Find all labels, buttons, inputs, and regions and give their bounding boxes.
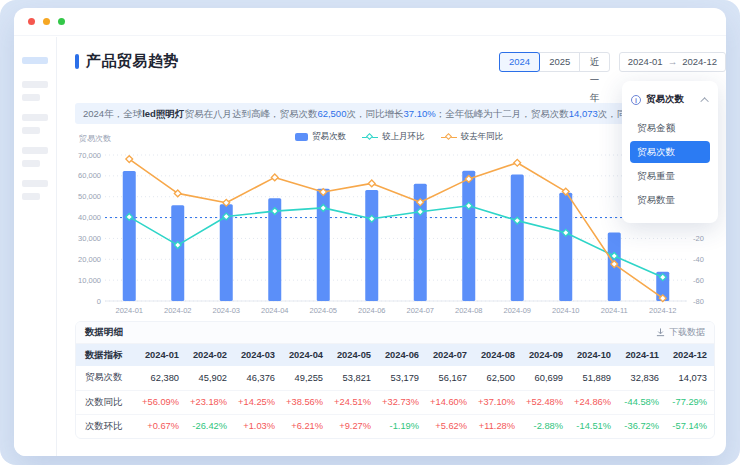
legend-item[interactable]: 贸易次数 xyxy=(295,131,346,143)
recent-year-button[interactable]: 近一年 xyxy=(579,52,609,72)
download-icon xyxy=(656,328,665,337)
minimize-window-icon[interactable] xyxy=(43,18,50,25)
table-row: 次数环比+0.67%-26.42%+1.03%+6.21%+9.27%-1.19… xyxy=(76,414,714,438)
legend-item[interactable]: 较去年同比 xyxy=(441,131,504,143)
table-cell: 32,836 xyxy=(618,366,666,390)
table-cell: -14.51% xyxy=(570,414,618,438)
table-cell: +24.51% xyxy=(330,390,378,414)
data-detail-card: 数据明细 下载数据 数据指标2024-012024-022024-032024-… xyxy=(75,321,715,439)
table-cell: +38.56% xyxy=(282,390,330,414)
metric-dropdown-panel: i 贸易次数 贸易金额贸易次数贸易重量贸易数量 xyxy=(622,81,718,223)
legend-label: 贸易次数 xyxy=(312,131,346,143)
page-background: 产品贸易趋势 2024 2025 近一年 2024-01 → 2024-12 2… xyxy=(0,0,740,465)
svg-text:50,000: 50,000 xyxy=(78,192,101,201)
table-cell: -44.58% xyxy=(618,390,666,414)
svg-text:2024-06: 2024-06 xyxy=(358,306,386,315)
table-column-header: 2024-04 xyxy=(282,344,330,366)
table-column-header: 2024-09 xyxy=(522,344,570,366)
summary-text-segment: 贸易在八月达到高峰，贸易次数 xyxy=(184,108,317,119)
svg-text:70,000: 70,000 xyxy=(78,151,101,160)
table-column-header: 2024-12 xyxy=(666,344,714,366)
year-2024-button[interactable]: 2024 xyxy=(499,52,540,72)
table-cell: +37.10% xyxy=(474,390,522,414)
metric-option[interactable]: 贸易重量 xyxy=(630,165,710,187)
sidebar-item[interactable] xyxy=(22,127,40,134)
table-cell: +56.09% xyxy=(138,390,186,414)
table-row: 贸易次数62,38045,90246,37649,25553,82153,179… xyxy=(76,366,714,390)
svg-text:10,000: 10,000 xyxy=(78,276,101,285)
table-header-strip: 数据明细 下载数据 xyxy=(76,322,714,344)
table-cell: 45,902 xyxy=(186,366,234,390)
metric-dropdown-value: 贸易次数 xyxy=(646,93,698,106)
sidebar-nav xyxy=(14,37,57,456)
date-range-end: 2024-12 xyxy=(682,53,717,71)
table-cell: 14,073 xyxy=(666,366,714,390)
svg-text:-40: -40 xyxy=(693,255,704,264)
table-cell: 53,821 xyxy=(330,366,378,390)
metric-option[interactable]: 贸易金额 xyxy=(630,117,710,139)
svg-text:60,000: 60,000 xyxy=(78,171,101,180)
metric-option[interactable]: 贸易次数 xyxy=(630,141,710,163)
summary-text-segment: 14,073 xyxy=(569,108,598,119)
page-title: 产品贸易趋势 xyxy=(86,52,179,71)
close-window-icon[interactable] xyxy=(28,18,35,25)
summary-text-segment: 62,500 xyxy=(317,108,346,119)
left-axis-title: 贸易次数 xyxy=(79,133,111,144)
table-cell: +24.86% xyxy=(570,390,618,414)
table-column-header: 2024-10 xyxy=(570,344,618,366)
data-table: 数据指标2024-012024-022024-032024-042024-052… xyxy=(76,344,714,438)
svg-text:2024-07: 2024-07 xyxy=(406,306,434,315)
metric-option[interactable]: 贸易数量 xyxy=(630,189,710,211)
sidebar-item-active[interactable] xyxy=(22,57,48,64)
download-data-button[interactable]: 下载数据 xyxy=(656,326,705,339)
legend-item[interactable]: 较上月环比 xyxy=(362,131,425,143)
zoom-window-icon[interactable] xyxy=(58,18,65,25)
sidebar-item[interactable] xyxy=(22,94,40,101)
table-cell: +6.21% xyxy=(282,414,330,438)
svg-text:2024-03: 2024-03 xyxy=(212,306,240,315)
date-range-arrow-icon: → xyxy=(668,53,678,71)
year-2025-button[interactable]: 2025 xyxy=(539,52,580,72)
table-section-title: 数据明细 xyxy=(85,326,123,339)
table-cell: +14.25% xyxy=(234,390,282,414)
sidebar-item[interactable] xyxy=(22,114,48,121)
svg-text:2024-05: 2024-05 xyxy=(309,306,337,315)
table-cell: 62,500 xyxy=(474,366,522,390)
svg-text:-20: -20 xyxy=(693,234,704,243)
svg-text:-80: -80 xyxy=(693,297,704,306)
table-cell: +9.27% xyxy=(330,414,378,438)
table-cell: -57.14% xyxy=(666,414,714,438)
legend-line-swatch-icon xyxy=(362,133,378,141)
svg-text:0: 0 xyxy=(97,297,101,306)
date-range-picker[interactable]: 2024-01 → 2024-12 xyxy=(619,52,726,72)
summary-text-segment: 2024年，全球 xyxy=(83,108,142,119)
summary-text-segment: led照明灯 xyxy=(142,108,184,119)
svg-text:2024-10: 2024-10 xyxy=(552,306,580,315)
metric-dropdown-header[interactable]: i 贸易次数 xyxy=(622,89,718,115)
table-column-header: 2024-05 xyxy=(330,344,378,366)
table-cell: +1.03% xyxy=(234,414,282,438)
table-column-header: 2024-07 xyxy=(426,344,474,366)
table-column-header: 2024-08 xyxy=(474,344,522,366)
filter-controls: 2024 2025 近一年 2024-01 → 2024-12 xyxy=(499,52,726,72)
summary-banner: 2024年，全球led照明灯贸易在八月达到高峰，贸易次数62,500次，同比增长… xyxy=(75,103,655,124)
table-cell: 46,376 xyxy=(234,366,282,390)
table-cell: +0.67% xyxy=(138,414,186,438)
svg-text:2024-02: 2024-02 xyxy=(164,306,192,315)
sidebar-item[interactable] xyxy=(22,147,48,154)
svg-text:-60: -60 xyxy=(693,276,704,285)
info-icon: i xyxy=(631,95,641,105)
table-cell: 53,179 xyxy=(378,366,426,390)
table-row-label: 次数同比 xyxy=(76,390,138,414)
table-cell: 60,699 xyxy=(522,366,570,390)
table-column-header: 2024-03 xyxy=(234,344,282,366)
table-cell: +11.28% xyxy=(474,414,522,438)
sidebar-item[interactable] xyxy=(22,180,48,187)
sidebar-item[interactable] xyxy=(22,193,40,200)
table-row: 次数同比+56.09%+23.18%+14.25%+38.56%+24.51%+… xyxy=(76,390,714,414)
sidebar-item[interactable] xyxy=(22,160,40,167)
table-column-header: 2024-01 xyxy=(138,344,186,366)
svg-text:20,000: 20,000 xyxy=(78,255,101,264)
legend-line-swatch-icon xyxy=(441,133,457,141)
sidebar-item[interactable] xyxy=(22,81,48,88)
